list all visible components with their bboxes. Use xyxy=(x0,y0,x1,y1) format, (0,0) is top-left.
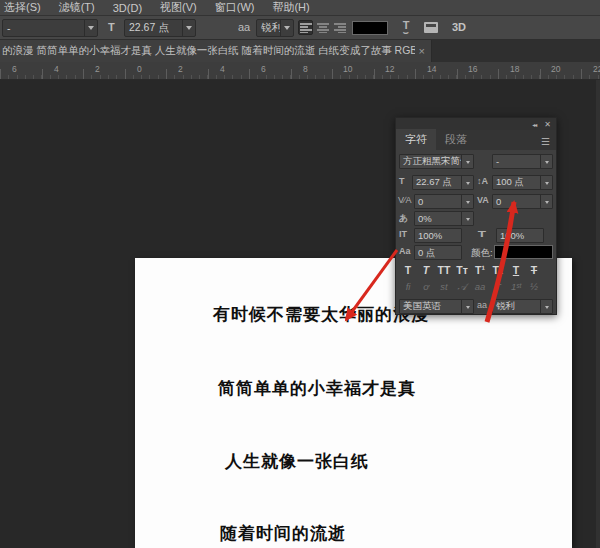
panel-menu-icon[interactable]: ☰ xyxy=(541,136,550,147)
vertical-scale-icon: IT xyxy=(399,229,407,239)
chevron-down-icon xyxy=(280,20,293,36)
font-style-select[interactable]: - xyxy=(2,19,98,37)
anti-alias-select[interactable]: 锐利 xyxy=(256,19,294,37)
language-row: 美国英语 aa 锐利 xyxy=(396,299,558,315)
strikethrough-button[interactable]: T xyxy=(527,264,541,280)
chevron-down-icon xyxy=(182,20,195,36)
ruler-label: 10 xyxy=(343,64,352,74)
style-buttons-row: T T TT Tᴛ T¹ T₁ T T xyxy=(396,264,558,280)
ordinals-button[interactable]: 1ˢᵗ xyxy=(509,281,523,297)
chevron-down-icon xyxy=(461,155,473,168)
discretionary-ligatures-button[interactable]: st xyxy=(437,281,451,297)
menu-help[interactable]: 帮助(H) xyxy=(272,0,309,15)
tsume-row: あ 0% xyxy=(396,211,558,227)
menu-window[interactable]: 窗口(W) xyxy=(215,0,255,15)
all-caps-button[interactable]: TT xyxy=(437,264,451,280)
chevron-down-icon xyxy=(461,300,473,313)
horizontal-ruler[interactable]: 6 4 2 0 2 4 6 8 10 12 14 16 18 20 22 xyxy=(0,62,600,80)
superscript-button[interactable]: T¹ xyxy=(473,264,487,280)
anti-alias-value: 锐利 xyxy=(257,21,280,35)
warp-text-icon[interactable]: T ⌣ xyxy=(398,20,414,36)
tab-character[interactable]: 字符 xyxy=(396,129,436,150)
language-select[interactable]: 美国英语 xyxy=(399,299,474,314)
align-right-button[interactable] xyxy=(332,20,347,35)
baseline-shift-icon: Aa xyxy=(399,246,411,256)
align-left-button[interactable] xyxy=(298,20,313,35)
small-caps-button[interactable]: Tᴛ xyxy=(455,264,469,280)
titling-alternates-button[interactable]: T xyxy=(491,281,505,297)
chevron-down-icon xyxy=(540,300,552,313)
canvas-text-line[interactable]: 人生就像一张白纸 xyxy=(225,450,369,473)
text-align-group xyxy=(298,20,347,35)
align-center-button[interactable] xyxy=(315,20,330,35)
document-tab[interactable]: 的浪漫 简简单单的小幸福才是真 人生就像一张白纸 随着时间的流逝 白纸变成了故事… xyxy=(0,40,432,62)
ruler-label: 16 xyxy=(468,64,477,74)
tsume-value: 0% xyxy=(415,213,461,224)
canvas-text-line[interactable]: 简简单单的小幸福才是真 xyxy=(218,377,416,400)
fractions-button[interactable]: ½ xyxy=(527,281,541,297)
ruler-label: 0 xyxy=(137,64,142,74)
close-tab-icon[interactable]: × xyxy=(419,45,425,57)
dock-edge xyxy=(596,80,600,548)
canvas-text-line[interactable]: 随着时间的流逝 xyxy=(220,522,346,545)
kerning-icon: V∕A xyxy=(398,195,412,205)
horizontal-scale-field[interactable]: 100% xyxy=(496,228,544,243)
menu-filter[interactable]: 滤镜(T) xyxy=(59,0,95,15)
anti-alias-value: 锐利 xyxy=(493,300,540,313)
character-panel: ◂◂ ✕ 字符 段落 ☰ 方正粗黑宋简体 - T xyxy=(395,117,557,315)
subscript-button[interactable]: T₁ xyxy=(491,264,505,280)
horizontal-scale-icon: T xyxy=(478,229,486,239)
baseline-shift-field[interactable]: 0 点 xyxy=(414,245,462,260)
contextual-alternates-button[interactable]: ơ xyxy=(419,281,433,297)
faux-italic-button[interactable]: T xyxy=(419,264,433,280)
menu-select[interactable]: 选择(S) xyxy=(4,0,41,15)
leading-value: 100 点 xyxy=(493,176,540,189)
panel-font-family-select[interactable]: 方正粗黑宋简体 xyxy=(399,154,474,169)
close-panel-icon[interactable]: ✕ xyxy=(544,120,551,129)
size-leading-row: T 22.67 点 ↕A 100 点 xyxy=(396,175,558,191)
tsume-select[interactable]: 0% xyxy=(414,211,474,226)
font-style-value: - xyxy=(3,22,84,34)
font-size-select[interactable]: 22.67 点 xyxy=(124,19,196,37)
font-family-value: 方正粗黑宋简体 xyxy=(400,155,461,168)
ruler-label: 12 xyxy=(385,64,394,74)
text-color-swatch[interactable] xyxy=(494,245,553,259)
leading-select[interactable]: 100 点 xyxy=(492,175,553,190)
warp-text-arc: ⌣ xyxy=(398,30,414,35)
scale-row: IT 100% T 100% xyxy=(396,228,558,244)
text-color-swatch[interactable] xyxy=(352,21,388,35)
tsume-icon: あ xyxy=(399,212,408,225)
panel-font-style-select[interactable]: - xyxy=(492,154,553,169)
menu-view[interactable]: 视图(V) xyxy=(160,0,197,15)
ruler-label: 14 xyxy=(427,64,436,74)
panel-anti-alias-select[interactable]: 锐利 xyxy=(492,299,553,314)
ruler-label: 6 xyxy=(261,64,266,74)
threed-button[interactable]: 3D xyxy=(452,21,466,33)
underline-button[interactable]: T xyxy=(509,264,523,280)
stylistic-alternates-button[interactable]: aa xyxy=(473,281,487,297)
menu-3d[interactable]: 3D(D) xyxy=(113,2,142,14)
ruler-label: 4 xyxy=(54,64,59,74)
collapse-panel-icon[interactable]: ◂◂ xyxy=(532,121,536,128)
work-area: 有时候不需要太华丽的浪漫 简简单单的小幸福才是真 人生就像一张白纸 随着时间的流… xyxy=(0,80,600,548)
swash-button[interactable]: 𝒜 xyxy=(455,281,469,297)
menu-bar: 选择(S) 滤镜(T) 3D(D) 视图(V) 窗口(W) 帮助(H) xyxy=(0,0,600,16)
font-size-icon: T xyxy=(108,21,115,33)
font-size-select[interactable]: 22.67 点 xyxy=(412,175,474,190)
tracking-select[interactable]: 0 xyxy=(492,194,553,209)
chevron-down-icon xyxy=(461,212,473,225)
toggle-panels-icon[interactable] xyxy=(424,22,438,33)
font-size-icon: T xyxy=(399,176,405,186)
faux-bold-button[interactable]: T xyxy=(401,264,415,280)
tracking-icon: VA xyxy=(477,195,489,205)
vertical-scale-field[interactable]: 100% xyxy=(414,228,462,243)
align-left-icon xyxy=(300,23,312,33)
ligatures-button[interactable]: fi xyxy=(401,281,415,297)
ruler-label: 4 xyxy=(220,64,225,74)
chevron-down-icon xyxy=(540,176,552,189)
kerning-select[interactable]: 0 xyxy=(414,194,474,209)
ruler-label: 22 xyxy=(593,64,600,74)
tab-paragraph[interactable]: 段落 xyxy=(436,129,476,150)
font-size-value: 22.67 点 xyxy=(125,21,182,35)
font-size-value: 22.67 点 xyxy=(413,176,461,189)
